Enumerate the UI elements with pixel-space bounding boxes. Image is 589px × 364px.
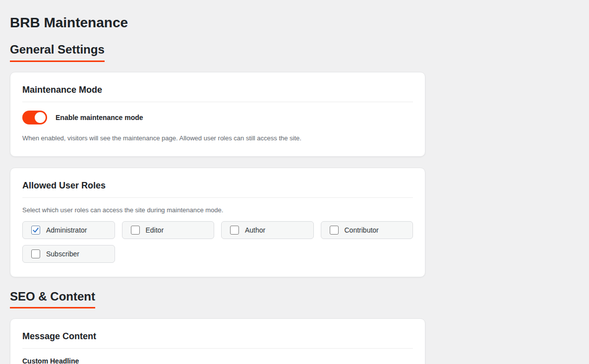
role-label: Subscriber [46, 250, 79, 258]
allowed-user-roles-card-title: Allowed User Roles [22, 180, 413, 191]
role-label: Editor [146, 226, 164, 234]
divider [22, 197, 413, 198]
checkbox-icon [230, 226, 239, 235]
role-checkbox-editor[interactable]: Editor [122, 221, 215, 239]
general-settings-body: Maintenance Mode Enable maintenance mode… [10, 72, 426, 278]
page-title: BRB Maintenance [10, 15, 426, 31]
section-heading-general-settings: General Settings [10, 43, 105, 61]
allowed-user-roles-card: Allowed User Roles Select which user rol… [10, 168, 425, 277]
allowed-user-roles-description: Select which user roles can access the s… [22, 206, 413, 214]
divider [22, 102, 413, 102]
role-checkbox-administrator[interactable]: Administrator [22, 221, 115, 239]
role-label: Author [245, 226, 265, 234]
message-content-card: Message Content Custom Headline [10, 318, 425, 364]
section-heading-seo-content: SEO & Content [10, 290, 95, 308]
custom-headline-field-label: Custom Headline [22, 357, 413, 364]
seo-content-body: Message Content Custom Headline [10, 318, 426, 364]
settings-page: BRB Maintenance General Settings Mainten… [0, 0, 426, 364]
role-checkbox-author[interactable]: Author [221, 221, 314, 239]
maintenance-mode-toggle-label: Enable maintenance mode [56, 114, 143, 121]
checkbox-icon [31, 249, 40, 258]
section-seo-content: SEO & Content Message Content Custom Hea… [10, 290, 426, 364]
role-label: Administrator [46, 226, 87, 234]
roles-grid: Administrator Editor Author [22, 221, 413, 263]
message-content-card-title: Message Content [22, 331, 413, 342]
toggle-knob-icon [35, 112, 46, 123]
checkbox-icon [31, 226, 40, 235]
role-checkbox-subscriber[interactable]: Subscriber [22, 245, 115, 263]
role-checkbox-contributor[interactable]: Contributor [321, 221, 413, 239]
maintenance-mode-toggle-row: Enable maintenance mode [22, 111, 413, 124]
checkbox-icon [131, 226, 140, 235]
maintenance-mode-card: Maintenance Mode Enable maintenance mode… [10, 72, 425, 157]
section-general-settings: General Settings Maintenance Mode Enable… [10, 43, 426, 277]
checkbox-icon [330, 226, 339, 235]
divider [22, 348, 413, 349]
maintenance-mode-card-title: Maintenance Mode [22, 84, 413, 95]
maintenance-mode-toggle[interactable] [22, 111, 47, 124]
maintenance-mode-help-text: When enabled, visitors will see the main… [22, 134, 413, 142]
role-label: Contributor [345, 226, 379, 234]
